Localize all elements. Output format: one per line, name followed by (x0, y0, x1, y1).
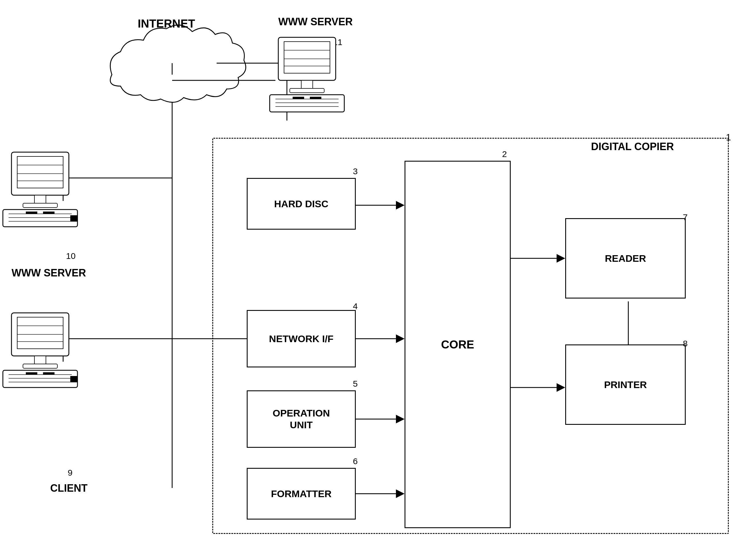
www-server-left-label: WWW SERVER (8, 267, 89, 279)
num-8: 8 (683, 339, 688, 349)
digital-copier-label: DIGITAL COPIER (591, 141, 674, 153)
client-label: CLIENT (29, 482, 109, 494)
internet-label: INTERNET (138, 17, 195, 30)
diagram-container: INTERNET WWW SERVER 11 WWW SERVER 10 CLI… (0, 0, 756, 558)
hard-disc-box: HARD DISC (247, 178, 356, 230)
printer-box: PRINTER (565, 345, 686, 425)
core-label: CORE (441, 338, 474, 351)
formatter-box: FORMATTER (247, 468, 356, 519)
formatter-label: FORMATTER (271, 488, 332, 500)
num-3: 3 (353, 167, 358, 176)
www-server-top-label: WWW SERVER (278, 16, 353, 28)
num-5: 5 (353, 379, 358, 389)
operation-label-line1: OPERATION (272, 407, 330, 419)
network-if-label: NETWORK I/F (269, 333, 334, 345)
network-if-box: NETWORK I/F (247, 310, 356, 367)
reader-box: READER (565, 218, 686, 299)
operation-unit-box: OPERATION UNIT (247, 390, 356, 448)
operation-label-line2: UNIT (290, 419, 312, 431)
core-box: CORE (405, 161, 511, 528)
num-10: 10 (66, 251, 75, 261)
num-1: 1 (726, 132, 731, 143)
num-11: 11 (333, 37, 342, 47)
num-2: 2 (502, 149, 507, 159)
internet-cloud (110, 25, 245, 102)
reader-label: READER (605, 253, 646, 264)
num-7: 7 (683, 212, 688, 222)
num-6: 6 (353, 456, 358, 466)
num-4: 4 (353, 301, 358, 311)
hard-disc-label: HARD DISC (274, 198, 329, 210)
printer-label: PRINTER (604, 379, 647, 391)
num-9: 9 (68, 468, 73, 478)
